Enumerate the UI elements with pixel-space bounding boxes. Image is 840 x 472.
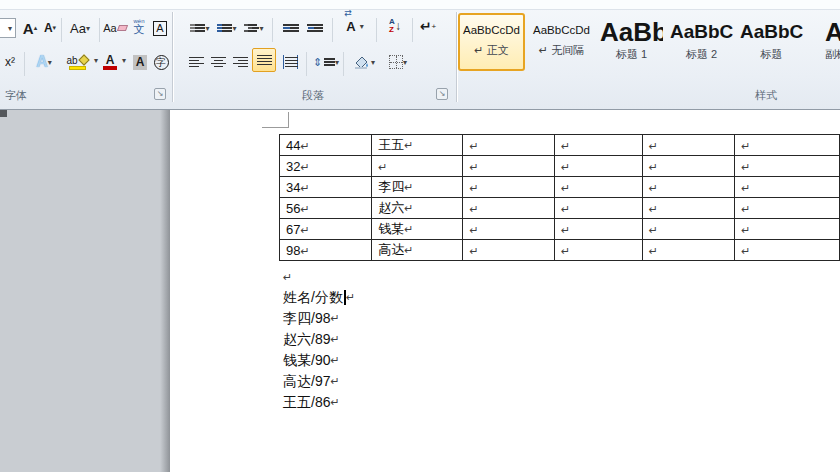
style-card-normal[interactable]: AaBbCcDd ↵ 正文 (458, 13, 525, 71)
table-cell[interactable]: ↵ (554, 198, 642, 219)
chevron-down-icon[interactable]: ▾ (94, 56, 98, 65)
empty-paragraph[interactable]: ↵ (283, 267, 292, 288)
table-cell[interactable]: ↵ (735, 156, 840, 177)
highlight-icon: ab (66, 55, 77, 66)
highlight-color-bar (69, 66, 86, 70)
table-cell[interactable]: ↵ (735, 177, 840, 198)
asian-layout-button[interactable]: ⇄ A ▾ (339, 14, 371, 38)
grow-font-button[interactable]: A ▴ (20, 16, 40, 40)
table-cell[interactable]: ↵ (735, 198, 840, 219)
table-cell[interactable]: 赵六↵ (372, 198, 463, 219)
style-card-title[interactable]: AaBbC 标题 (738, 13, 805, 71)
paragraph-line[interactable]: 钱某/90↵ (283, 350, 340, 371)
line-spacing-button[interactable]: ⇕ ▾ (311, 50, 341, 74)
table-cell[interactable]: ↵ (554, 177, 642, 198)
chevron-down-icon: ▾ (371, 58, 375, 67)
font-size-combo[interactable]: ▾ (0, 18, 16, 38)
table-cell[interactable]: ↵ (554, 156, 642, 177)
table-cell[interactable]: ↵ (642, 198, 734, 219)
table-cell[interactable]: ↵ (642, 219, 734, 240)
font-color-button[interactable]: A (99, 50, 121, 74)
character-border-button[interactable]: A (151, 16, 169, 40)
paragraph-line[interactable]: 姓名/分数↵ (283, 287, 355, 308)
change-case-button[interactable]: Aa ▾ (65, 16, 95, 40)
window-edge-notch (0, 110, 7, 117)
multilevel-list-button[interactable]: ▾ (240, 16, 268, 40)
increase-indent-button[interactable] (304, 16, 326, 40)
decrease-indent-button[interactable] (280, 16, 302, 40)
paragraph-line[interactable]: 赵六/89↵ (283, 329, 340, 350)
table-cell[interactable]: ↵ (554, 240, 642, 261)
table-cell[interactable]: ↵ (554, 219, 642, 240)
style-card-heading1[interactable]: AaBb 标题 1 (598, 13, 665, 71)
style-name: 副标题 (810, 47, 840, 62)
asian-layout-arrows-icon: ⇄ (344, 8, 352, 18)
style-card-no-spacing[interactable]: AaBbCcDd ↵ 无间隔 (528, 13, 595, 71)
style-card-heading2[interactable]: AaBbC 标题 2 (668, 13, 735, 71)
table-cell[interactable]: 钱某↵ (372, 219, 463, 240)
align-left-button[interactable] (186, 50, 206, 74)
table-cell[interactable]: ↵ (463, 135, 555, 156)
superscript-button[interactable]: x² (0, 50, 20, 74)
pilcrow-mark: ↵ (330, 354, 339, 367)
align-center-icon (211, 55, 226, 69)
table-cell[interactable]: 王五↵ (372, 135, 463, 156)
table-cell[interactable]: ↵ (463, 240, 555, 261)
justify-button[interactable] (252, 48, 276, 72)
text-effects-button[interactable]: A ▾ (30, 50, 58, 74)
table-cell[interactable]: 44↵ (280, 135, 372, 156)
font-dialog-launcher[interactable]: ↘ (154, 88, 166, 100)
table-row: 34↵ 李四↵ ↵ ↵ ↵ ↵ (280, 177, 840, 198)
enclose-characters-button[interactable]: 字 (151, 50, 171, 74)
numbering-button[interactable]: ▾ (213, 16, 241, 40)
styles-group-label: 样式 (755, 88, 777, 102)
paragraph-line[interactable]: 王五/86↵ (283, 392, 340, 413)
borders-button[interactable]: ▾ (383, 50, 413, 74)
grow-font-icon: A (23, 20, 34, 37)
phonetic-guide-button[interactable]: wén 文 (129, 14, 149, 38)
paint-bucket-icon (353, 54, 371, 70)
table-cell[interactable]: 李四↵ (372, 177, 463, 198)
table-cell[interactable]: ↵ (372, 156, 463, 177)
pilcrow-mark: ↵ (649, 203, 658, 215)
pilcrow-mark: ↵ (469, 203, 478, 215)
show-hide-marks-button[interactable]: ↵ + (416, 14, 440, 38)
table-cell[interactable]: 高达↵ (372, 240, 463, 261)
character-shading-button[interactable]: A (130, 50, 150, 74)
table-cell[interactable]: ↵ (642, 156, 734, 177)
document-page[interactable]: 44↵ 王五↵ ↵ ↵ ↵ ↵ 32↵ ↵ ↵ ↵ ↵ ↵ (170, 110, 840, 472)
table-cell[interactable]: 34↵ (280, 177, 372, 198)
table-cell[interactable]: ↵ (735, 240, 840, 261)
font-color-bar (103, 66, 117, 70)
table-cell[interactable]: 67↵ (280, 219, 372, 240)
align-center-button[interactable] (208, 50, 228, 74)
paragraph-line[interactable]: 高达/97↵ (283, 371, 340, 392)
paragraph-line[interactable]: 李四/98↵ (283, 308, 340, 329)
table-cell[interactable]: ↵ (463, 156, 555, 177)
clear-formatting-button[interactable]: Aa (103, 16, 127, 40)
shrink-font-button[interactable]: A ▾ (41, 16, 59, 40)
table-cell[interactable]: ↵ (463, 198, 555, 219)
table-cell[interactable]: 56↵ (280, 198, 372, 219)
scores-table[interactable]: 44↵ 王五↵ ↵ ↵ ↵ ↵ 32↵ ↵ ↵ ↵ ↵ ↵ (279, 134, 840, 261)
bullets-button[interactable]: ▾ (186, 16, 214, 40)
table-cell[interactable]: ↵ (554, 135, 642, 156)
table-cell[interactable]: ↵ (642, 135, 734, 156)
paragraph-dialog-launcher[interactable]: ↘ (436, 88, 448, 100)
shading-button[interactable]: ▾ (348, 50, 380, 74)
distribute-button[interactable] (278, 50, 302, 74)
table-cell[interactable]: ↵ (463, 219, 555, 240)
style-card-subtitle[interactable]: Aa 副标题 (808, 13, 840, 71)
table-cell[interactable]: ↵ (642, 240, 734, 261)
table-cell[interactable]: 32↵ (280, 156, 372, 177)
table-cell[interactable]: 98↵ (280, 240, 372, 261)
text-highlight-button[interactable]: ab (61, 50, 93, 74)
sort-button[interactable]: A Z ↓ (382, 14, 408, 38)
table-cell[interactable]: ↵ (735, 135, 840, 156)
chevron-down-icon[interactable]: ▾ (122, 56, 126, 65)
align-right-button[interactable] (230, 50, 250, 74)
table-cell[interactable]: ↵ (735, 219, 840, 240)
table-cell[interactable]: ↵ (642, 177, 734, 198)
table-cell[interactable]: ↵ (463, 177, 555, 198)
pilcrow-mark: ↵ (561, 224, 570, 236)
